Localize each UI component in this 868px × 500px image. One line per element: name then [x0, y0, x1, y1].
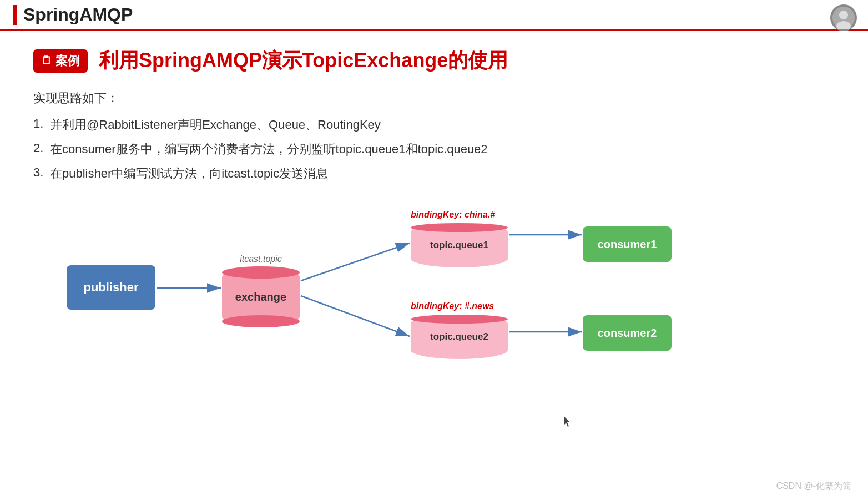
step-text: 并利用@RabbitListener声明Exchange、Queue、Routi…	[50, 117, 381, 133]
binding-key2-value: #.news	[465, 301, 494, 311]
step-num: 2.	[33, 141, 50, 155]
exchange-label: exchange	[235, 291, 286, 304]
step-text: 在consumer服务中，编写两个消费者方法，分别监听topic.queue1和…	[50, 141, 488, 158]
section-title: 利用SpringAMQP演示TopicExchange的使用	[99, 47, 508, 74]
section-header: 🗒 案例 利用SpringAMQP演示TopicExchange的使用	[33, 47, 835, 74]
binding-key2-label: bindingKey: #.news	[411, 301, 508, 311]
cursor	[564, 416, 572, 424]
queue2-label: topic.queue2	[430, 331, 488, 342]
consumer2-label: consumer2	[598, 327, 657, 340]
queue2-area: bindingKey: #.news topic.queue2	[411, 301, 508, 359]
binding-key1-value: china.#	[465, 210, 495, 219]
binding-key2-prefix: bindingKey:	[411, 301, 465, 311]
consumer1-label: consumer1	[598, 238, 657, 251]
badge-icon: 🗒	[41, 54, 52, 67]
queue2-cylinder: topic.queue2	[411, 315, 508, 359]
main-content: 🗒 案例 利用SpringAMQP演示TopicExchange的使用 实现思路…	[0, 31, 868, 404]
queue1-cylinder: topic.queue1	[411, 223, 508, 267]
binding-key1-label: bindingKey: china.#	[411, 210, 508, 220]
step-num: 1.	[33, 117, 50, 131]
watermark: CSDN @-化繁为简	[776, 481, 851, 492]
badge-label: 案例	[55, 53, 80, 69]
exchange-cylinder: exchange	[222, 266, 300, 327]
exchange-top-label: itcast.topic	[222, 254, 300, 264]
exchange-area: itcast.topic exchange	[222, 254, 300, 327]
case-badge: 🗒 案例	[33, 49, 88, 73]
header-bar: SpringAMQP	[0, 0, 868, 31]
publisher-box: publisher	[67, 265, 155, 310]
svg-line-6	[301, 296, 410, 336]
header-accent-bar	[13, 5, 17, 25]
consumer2-box: consumer2	[583, 315, 672, 351]
impl-intro: 实现思路如下：	[33, 90, 835, 107]
list-item: 3. 在publisher中编写测试方法，向itcast.topic发送消息	[33, 165, 835, 182]
binding-key1-prefix: bindingKey:	[411, 210, 465, 219]
step-text: 在publisher中编写测试方法，向itcast.topic发送消息	[50, 165, 328, 182]
svg-line-5	[301, 243, 410, 281]
step-num: 3.	[33, 165, 50, 180]
svg-marker-9	[564, 416, 570, 427]
publisher-label: publisher	[83, 280, 138, 295]
consumer1-box: consumer1	[583, 226, 672, 262]
app-title: SpringAMQP	[23, 4, 133, 25]
svg-point-1	[839, 11, 848, 19]
queue1-area: bindingKey: china.# topic.queue1	[411, 210, 508, 267]
queue1-label: topic.queue1	[430, 240, 488, 251]
avatar[interactable]	[830, 4, 857, 31]
list-item: 2. 在consumer服务中，编写两个消费者方法，分别监听topic.queu…	[33, 141, 835, 158]
diagram-area: publisher itcast.topic exchange bindingK…	[33, 199, 699, 387]
list-item: 1. 并利用@RabbitListener声明Exchange、Queue、Ro…	[33, 117, 835, 133]
impl-list: 1. 并利用@RabbitListener声明Exchange、Queue、Ro…	[33, 117, 835, 182]
